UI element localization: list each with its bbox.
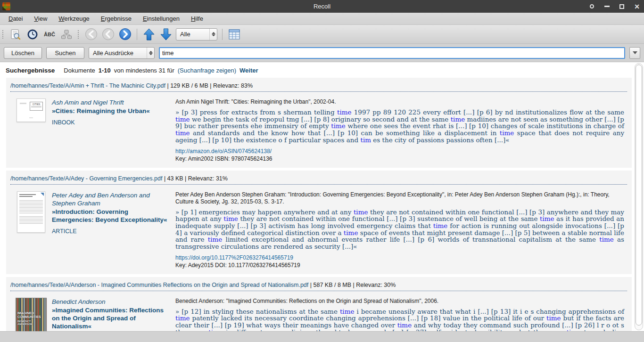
dotted-separator (10, 184, 627, 185)
result-path-link[interactable]: /home/hannes/Texte/A/Adey - Governing Em… (10, 175, 162, 182)
result-range: 1-10 (99, 67, 111, 74)
category-filter-value: Alle (176, 31, 209, 38)
result-meta: | 129 KB / 6 MB | Relevanz: 83% (165, 82, 253, 89)
maximize-icon[interactable] (619, 3, 625, 10)
menu-view[interactable]: View (28, 14, 53, 24)
titlebar: Recoll ✕ (0, 0, 644, 13)
result-title: »Cities: Reimagining the Urban« (52, 107, 169, 115)
statusbar (0, 331, 644, 342)
menu-hilfe[interactable]: Hilfe (185, 14, 209, 24)
result-thumbnail[interactable]: CITIES (17, 98, 46, 122)
minimize-icon[interactable] (603, 3, 610, 10)
result-table-view-icon[interactable] (227, 27, 241, 41)
scroll-up-icon[interactable] (142, 27, 156, 41)
result-title: »Introduction: Governing Emergencies: Be… (52, 208, 169, 224)
result-item: /home/hannes/Texte/A/Anderson - Imagined… (6, 277, 632, 331)
thumb-cover-text: IMAGINED (17, 311, 41, 315)
sort-parameters-tree-icon[interactable] (59, 27, 74, 41)
result-path-row: /home/hannes/Texte/A/Amin + Thrift - The… (10, 81, 627, 91)
next-page-link[interactable]: Weiter (239, 67, 258, 74)
result-thumbnail[interactable] (17, 191, 45, 233)
results-title: Suchergebnisse (6, 67, 55, 74)
result-item: /home/hannes/Texte/A/Amin + Thrift - The… (6, 78, 632, 168)
next-page-icon[interactable] (118, 27, 132, 41)
dotted-separator (10, 291, 627, 291)
results-count-text: von mindestens 31 für (114, 67, 174, 74)
result-title: »Imagined Communities: Reflections on th… (52, 306, 169, 330)
result-authors: Peter Adey and Ben Anderson and Stephen … (52, 191, 169, 207)
result-snippet: » [p 1] emergencies may happen anywhere … (175, 209, 624, 250)
result-snippet: » [p 3] press for extracts from s sherma… (175, 109, 624, 144)
window-menu-icon[interactable] (588, 3, 595, 10)
result-key: Key: Amin2002 ISBN: 9780745624136 (175, 155, 624, 162)
search-row: Löschen Suchen Alle Ausdrücke (0, 44, 644, 62)
result-path-row: /home/hannes/Texte/A/Adey - Governing Em… (10, 173, 627, 184)
toolbar-separator (137, 29, 137, 40)
result-snippet: » [p 12] in styling these nationalisms a… (175, 308, 624, 331)
result-url-link[interactable]: https://doi.org/10.1177%2F02632764145657… (175, 254, 624, 261)
result-citation: Peter Adey Ben Anderson Stephen Graham: … (175, 191, 624, 205)
menu-einstellungen[interactable]: Einstellungen (137, 14, 185, 24)
result-item: /home/hannes/Texte/A/Adey - Governing Em… (6, 171, 632, 274)
result-path-link[interactable]: /home/hannes/Texte/A/Anderson - Imagined… (10, 282, 308, 288)
spinner-arrows-icon (209, 29, 217, 40)
result-doctype: INBOOK (52, 119, 169, 126)
scrollbar-thumb[interactable] (636, 65, 642, 326)
result-citation: Benedict Anderson: "Imagined Communities… (175, 298, 624, 305)
result-doctype: ARTICLE (52, 228, 169, 235)
preview-document-icon[interactable] (8, 27, 23, 41)
spinner-arrows-icon (147, 48, 154, 58)
docs-label: Dokumente (64, 67, 95, 74)
close-icon[interactable]: ✕ (634, 3, 640, 10)
result-citation: Ash Amin Nigel Thrift: "Cities: Reimagin… (175, 98, 624, 106)
sort-by-date-clock-icon[interactable] (25, 27, 40, 41)
previous-page-icon[interactable] (101, 27, 115, 41)
scroll-down-icon[interactable] (159, 27, 173, 41)
dotted-separator (10, 91, 627, 92)
search-mode-select[interactable]: Alle Ausdrücke (89, 47, 155, 59)
vertical-scrollbar[interactable] (635, 63, 643, 330)
result-meta: | 587 KB / 8 MB | Relevanz: 30% (308, 282, 396, 288)
results-area: Suchergebnisse Dokumente 1-10 von mindes… (0, 62, 634, 331)
results-header: Suchergebnisse Dokumente 1-10 von mindes… (0, 62, 634, 78)
thumb-cover-text: COMMUNITIES (17, 315, 41, 319)
search-mode-value: Alle Ausdrücke (89, 49, 147, 57)
search-history-dropdown-button[interactable] (629, 47, 640, 59)
first-page-icon[interactable] (84, 27, 98, 41)
menu-werkzeuge[interactable]: Werkzeuge (53, 14, 95, 24)
toolbar-separator (222, 29, 223, 40)
show-query-link[interactable]: (Suchanfrage zeigen) (178, 67, 236, 74)
menu-ergebnisse[interactable]: Ergebnisse (95, 14, 137, 24)
result-thumbnail[interactable]: IMAGINED COMMUNITIES BENEDICT ANDERSON (16, 298, 47, 331)
result-authors: Benedict Anderson (52, 298, 169, 306)
term-explorer-abc-icon[interactable]: ÅBĈ (42, 27, 57, 41)
result-meta: | 43 KB | Relevanz: 31% (162, 175, 228, 182)
category-filter-select[interactable]: Alle (176, 28, 217, 41)
result-url-link[interactable]: http://amazon.de/o/ASIN/0745624138/ (175, 148, 624, 155)
thumb-cover-text: CITIES (33, 103, 40, 106)
toolbar-grip[interactable] (78, 30, 80, 39)
result-path-row: /home/hannes/Texte/A/Anderson - Imagined… (10, 280, 627, 291)
menubar: Datei View Werkzeuge Ergebnisse Einstell… (0, 13, 644, 25)
result-authors: Ash Amin and Nigel Thrift (52, 98, 169, 106)
thumb-cover-text: ANDERSON (17, 323, 32, 326)
toolbar-grip[interactable] (2, 30, 4, 39)
search-input[interactable] (159, 47, 625, 59)
window-title: Recoll (0, 3, 644, 10)
result-key: Key: Adey2015 DOI: 10.1177/0263276414565… (175, 262, 624, 269)
result-path-link[interactable]: /home/hannes/Texte/A/Amin + Thrift - The… (10, 82, 165, 89)
menu-datei[interactable]: Datei (3, 14, 28, 24)
toolbar: ÅBĈ (0, 25, 644, 44)
search-button[interactable]: Suchen (46, 47, 84, 59)
clear-button[interactable]: Löschen (4, 47, 42, 59)
